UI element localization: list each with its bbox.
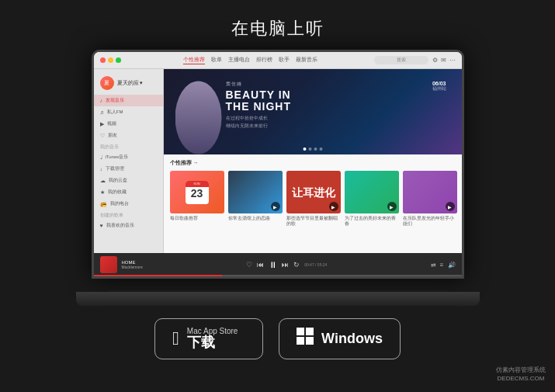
discover-icon: ♪ bbox=[100, 98, 103, 103]
sidebar-label-fm: 私人FM bbox=[107, 109, 123, 116]
sidebar-item-fm[interactable]: ♬ 私人FM bbox=[94, 106, 163, 118]
sidebar: 夏 夏天的应 ▾ ♪ 发现音乐 ♬ 私人FM ▶ 视频 bbox=[94, 69, 164, 253]
pb-controls: ♡ ⏮ ⏸ ⏭ ↻ 00:47 / 05:24 bbox=[147, 260, 426, 269]
reco-img-3: 让耳进化 ▶ bbox=[286, 171, 341, 213]
sidebar-item-liked[interactable]: ♥ 我喜欢的音乐 bbox=[94, 220, 163, 231]
play-btn-5[interactable]: ▶ bbox=[446, 202, 455, 211]
more-icon[interactable]: ⋯ bbox=[449, 57, 456, 64]
dot-2 bbox=[308, 147, 311, 151]
settings-icon[interactable]: ⚙ bbox=[432, 57, 438, 64]
reco-card-daily[interactable]: SUN 23 每日歌曲推荐 bbox=[170, 171, 224, 227]
page-title: 在电脑上听 bbox=[231, 17, 324, 40]
sidebar-item-itunes[interactable]: ♩ iTunes音乐 bbox=[94, 151, 163, 163]
minimize-button[interactable] bbox=[108, 57, 113, 63]
sidebar-item-video[interactable]: ▶ 视频 bbox=[94, 118, 163, 130]
sidebar-item-cloud[interactable]: ☁ 我的云盘 bbox=[94, 175, 163, 186]
svg-rect-3 bbox=[306, 337, 314, 345]
sidebar-label-itunes: iTunes音乐 bbox=[106, 154, 129, 161]
search-bar[interactable]: 搜索 bbox=[374, 56, 428, 64]
sidebar-user[interactable]: 夏 夏天的应 ▾ bbox=[94, 74, 163, 95]
progress-fill bbox=[94, 275, 223, 276]
play-btn-4[interactable]: ▶ bbox=[387, 202, 397, 211]
hero-title: BEAUTY IN THE NIGHT bbox=[226, 89, 291, 113]
hero-tagline1: 在过程中拾拾中成长 bbox=[226, 116, 291, 121]
username: 夏天的应 ▾ bbox=[117, 80, 144, 87]
close-button[interactable] bbox=[100, 57, 106, 63]
cloud-icon: ☁ bbox=[100, 178, 106, 184]
tab-recommendations[interactable]: 个性推荐 bbox=[183, 57, 205, 64]
sidebar-label-download: 下载管理 bbox=[106, 165, 124, 172]
tab-radio[interactable]: 主播电台 bbox=[228, 57, 250, 64]
play-btn-2[interactable]: ▶ bbox=[271, 202, 280, 211]
sidebar-item-download[interactable]: ↓ 下载管理 bbox=[94, 163, 163, 175]
sidebar-label-favorites: 我的收藏 bbox=[108, 189, 127, 196]
sidebar-label-liked: 我喜欢的音乐 bbox=[106, 222, 134, 229]
reco-grid: SUN 23 每日歌曲推荐 ▶ bbox=[170, 171, 456, 227]
tab-new-music[interactable]: 最新音乐 bbox=[296, 57, 317, 64]
download-icon: ↓ bbox=[100, 166, 103, 172]
mac-dl-text: Mac App Store 下载 bbox=[187, 327, 238, 351]
reco-img-4: ▶ bbox=[345, 171, 399, 213]
star-icon: ★ bbox=[100, 189, 105, 196]
sidebar-label-discover: 发现音乐 bbox=[106, 97, 124, 104]
windows-icon bbox=[297, 328, 314, 349]
app-screen: 个性推荐 歌单 主播电台 排行榜 歌手 最新音乐 搜索 ⚙ ✉ ⋯ bbox=[94, 52, 462, 276]
progress-bar[interactable] bbox=[94, 275, 462, 276]
sidebar-label-friends: 朋友 bbox=[108, 132, 117, 139]
laptop-screen: 个性推荐 歌单 主播电台 排行榜 歌手 最新音乐 搜索 ⚙ ✉ ⋯ bbox=[92, 50, 464, 279]
itunes-icon: ♩ bbox=[100, 154, 102, 161]
reco-label-daily: 每日歌曲推荐 bbox=[170, 216, 224, 221]
shuffle-icon[interactable]: ⇄ bbox=[431, 262, 436, 269]
windows-download-button[interactable]: Windows bbox=[279, 318, 401, 359]
next-btn[interactable]: ⏭ bbox=[282, 261, 289, 269]
pb-time: 00:47 / 05:24 bbox=[304, 262, 327, 267]
dot-4 bbox=[319, 147, 322, 151]
tab-artists[interactable]: 歌手 bbox=[279, 57, 290, 64]
mac-app-store-button[interactable]:  Mac App Store 下载 bbox=[154, 318, 263, 359]
hero-right: 06/03 福州站 bbox=[432, 81, 446, 92]
sidebar-item-favorites[interactable]: ★ 我的收藏 bbox=[94, 186, 163, 198]
mail-icon[interactable]: ✉ bbox=[441, 57, 446, 64]
reco-card-3[interactable]: 让耳进化 ▶ 那些选节节目里最被翻唱的歌 bbox=[286, 171, 341, 227]
recommendations-section: 个性推荐 → SUN 23 每日歌曲推荐 bbox=[164, 154, 462, 231]
sidebar-section-mymusic: 我的音乐 bbox=[94, 141, 163, 151]
reco-card-4[interactable]: ▶ 为了过去的美好未来的青春 bbox=[345, 171, 399, 227]
sidebar-label-video: 视频 bbox=[107, 120, 116, 127]
play-btn-3[interactable]: ▶ bbox=[329, 202, 338, 211]
heart-icon: ♥ bbox=[100, 223, 103, 228]
repeat-btn[interactable]: ↻ bbox=[293, 261, 300, 269]
reco-card-5[interactable]: ▶ 在乐队里发光的年轻手小姐们 bbox=[403, 171, 457, 227]
tab-playlists[interactable]: 歌单 bbox=[211, 57, 222, 64]
reco-img-2: ▶ bbox=[228, 171, 283, 213]
pb-thumb bbox=[100, 256, 117, 273]
reco-label-2: 你常去酒馆上的恋曲 bbox=[228, 216, 283, 221]
win-dl-text: Windows bbox=[321, 331, 383, 347]
volume-icon[interactable]: 🔊 bbox=[448, 262, 456, 269]
like-btn[interactable]: ♡ bbox=[246, 261, 252, 269]
hero-artist: 窦佳嬿 bbox=[226, 81, 291, 88]
dot-3 bbox=[314, 147, 317, 151]
pb-artist: Macklemore bbox=[122, 265, 143, 269]
main-layout: 夏 夏天的应 ▾ ♪ 发现音乐 ♬ 私人FM ▶ 视频 bbox=[94, 69, 462, 253]
video-icon: ▶ bbox=[100, 121, 104, 127]
laptop-mockup: 个性推荐 歌单 主播电台 排行榜 歌手 最新音乐 搜索 ⚙ ✉ ⋯ bbox=[76, 50, 480, 306]
sidebar-item-myradio[interactable]: 📻 我的电台 bbox=[94, 198, 163, 210]
queue-icon[interactable]: ≡ bbox=[440, 262, 444, 269]
hero-figure bbox=[175, 81, 222, 154]
play-pause-btn[interactable]: ⏸ bbox=[269, 260, 277, 269]
reco-card-2[interactable]: ▶ 你常去酒馆上的恋曲 bbox=[228, 171, 283, 227]
dot-1 bbox=[303, 147, 306, 151]
reco-label-3: 那些选节节目里最被翻唱的歌 bbox=[286, 216, 341, 227]
calendar-icon: SUN 23 bbox=[186, 181, 209, 204]
tab-charts[interactable]: 排行榜 bbox=[256, 57, 272, 64]
maximize-button[interactable] bbox=[116, 57, 121, 63]
cal-header: SUN bbox=[186, 181, 209, 187]
hero-date: 06/03 bbox=[432, 81, 446, 86]
pb-info: HOME Macklemore bbox=[122, 260, 143, 269]
svg-rect-2 bbox=[297, 337, 304, 345]
sidebar-item-friends[interactable]: ♡ 朋友 bbox=[94, 130, 163, 141]
hero-dots bbox=[303, 147, 322, 151]
prev-btn[interactable]: ⏮ bbox=[257, 261, 264, 269]
content-area: 窦佳嬿 BEAUTY IN THE NIGHT 在过程中拾拾中成长 继续向无限未… bbox=[164, 69, 462, 253]
sidebar-item-discover[interactable]: ♪ 发现音乐 bbox=[94, 95, 163, 106]
